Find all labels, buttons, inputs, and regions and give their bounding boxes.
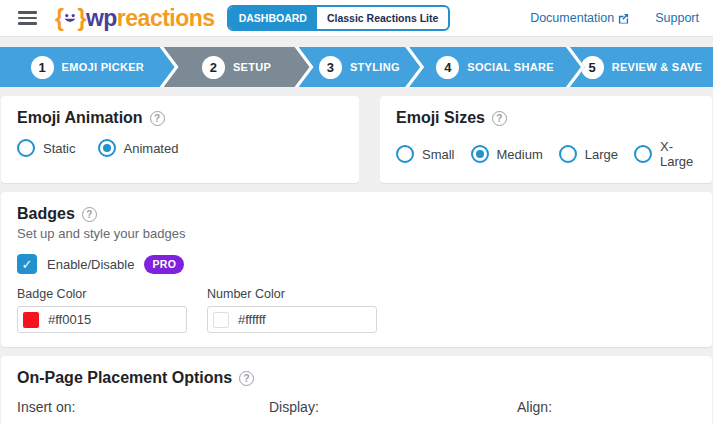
radio-circle xyxy=(17,139,35,157)
step-emoji-picker[interactable]: 1 EMOJI PICKER xyxy=(0,47,175,87)
step-number: 4 xyxy=(436,56,459,79)
step-number: 2 xyxy=(202,56,225,79)
menu-icon[interactable] xyxy=(18,11,37,25)
badge-color-swatch[interactable] xyxy=(23,312,39,328)
badge-color-input[interactable]: #ff0015 xyxy=(17,306,187,333)
help-icon[interactable]: ? xyxy=(150,111,165,126)
help-icon[interactable]: ? xyxy=(239,371,254,386)
radio-circle xyxy=(559,145,577,163)
radio-animated[interactable]: Animated xyxy=(98,139,179,157)
step-number: 1 xyxy=(31,56,54,79)
help-icon[interactable]: ? xyxy=(492,111,507,126)
logo-word-wp: wp xyxy=(86,5,117,32)
step-setup[interactable]: 2 SETUP xyxy=(164,47,310,87)
step-styling[interactable]: 3 STYLING xyxy=(299,47,421,87)
pro-badge: PRO xyxy=(144,255,184,274)
external-link-icon xyxy=(618,13,629,24)
emoji-sizes-title: Emoji Sizes xyxy=(396,109,485,127)
emoji-animation-panel: Emoji Animation ? Static Animated xyxy=(1,96,359,183)
badges-title: Badges xyxy=(17,205,75,223)
wpreactions-logo[interactable]: { } wp reactions xyxy=(55,5,215,32)
radio-x-large[interactable]: X-Large xyxy=(634,139,696,169)
step-number: 3 xyxy=(319,56,342,79)
documentation-link-label: Documentation xyxy=(530,11,614,25)
badge-color-field: Badge Color #ff0015 xyxy=(17,287,187,333)
emoji-sizes-panel: Emoji Sizes ? Small Medium Large xyxy=(380,96,712,183)
logo-word-reactions: reactions xyxy=(117,5,215,32)
radio-static[interactable]: Static xyxy=(17,139,76,157)
support-link-label: Support xyxy=(655,11,699,25)
radio-large[interactable]: Large xyxy=(559,145,618,163)
help-icon[interactable]: ? xyxy=(82,207,97,222)
badges-panel: Badges ? Set up and style your badges ✓ … xyxy=(1,192,712,347)
enable-disable-checkbox[interactable]: ✓ xyxy=(17,254,37,274)
dashboard-button[interactable]: DASHBOARD xyxy=(229,7,317,29)
align-column: Align: Left Center Right xyxy=(517,399,696,424)
logo-brace-right: } xyxy=(77,5,85,32)
radio-circle xyxy=(471,145,489,163)
classic-reactions-lite-button[interactable]: Classic Reactions Lite xyxy=(317,7,448,29)
badge-color-label: Badge Color xyxy=(17,287,187,301)
step-number: 5 xyxy=(581,56,604,79)
number-color-input[interactable]: #ffffff xyxy=(207,306,377,333)
radio-circle xyxy=(98,139,116,157)
insert-on-label: Insert on: xyxy=(17,399,269,415)
smiley-icon xyxy=(62,10,78,26)
radio-small[interactable]: Small xyxy=(396,145,455,163)
main-content: Emoji Animation ? Static Animated Emoji … xyxy=(0,87,713,424)
enable-disable-label: Enable/Disable xyxy=(47,257,134,272)
number-color-field: Number Color #ffffff xyxy=(207,287,377,333)
header-nav-toggle: DASHBOARD Classic Reactions Lite xyxy=(227,5,451,31)
step-review-save[interactable]: 5 REVIEW & SAVE xyxy=(570,47,713,87)
header-links: Documentation Support xyxy=(530,11,699,25)
wizard-stepper: 1 EMOJI PICKER 2 SETUP 3 STYLING 4 SOCIA… xyxy=(0,47,713,87)
radio-medium[interactable]: Medium xyxy=(471,145,543,163)
placement-title: On-Page Placement Options xyxy=(17,369,232,387)
emoji-animation-title: Emoji Animation xyxy=(17,109,143,127)
display-label: Display: xyxy=(269,399,517,415)
radio-circle xyxy=(634,145,652,163)
header: { } wp reactions DASHBOARD Classic React… xyxy=(0,0,713,37)
documentation-link[interactable]: Documentation xyxy=(530,11,629,25)
support-link[interactable]: Support xyxy=(655,11,699,25)
step-social-share[interactable]: 4 SOCIAL SHARE xyxy=(409,47,581,87)
align-label: Align: xyxy=(517,399,696,415)
insert-on-column: Insert on: Posts Pages Both xyxy=(17,399,269,424)
placement-panel: On-Page Placement Options ? Insert on: P… xyxy=(1,356,712,424)
number-color-swatch[interactable] xyxy=(213,312,229,328)
display-column: Display: Before content After content Be… xyxy=(269,399,517,424)
number-color-label: Number Color xyxy=(207,287,377,301)
radio-circle xyxy=(396,145,414,163)
badges-subtitle: Set up and style your badges xyxy=(17,226,696,241)
